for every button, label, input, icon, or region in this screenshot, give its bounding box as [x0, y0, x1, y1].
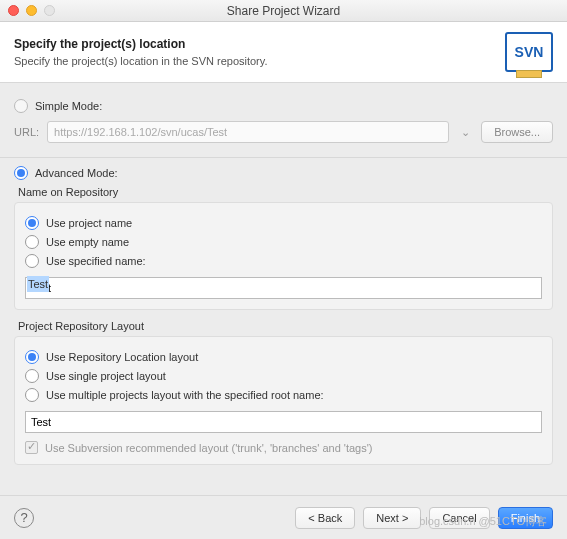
- use-single-layout-radio[interactable]: [25, 369, 39, 383]
- url-input: [47, 121, 449, 143]
- name-group: Use project name Use empty name Use spec…: [14, 202, 553, 310]
- simple-mode-radio[interactable]: [14, 99, 28, 113]
- back-button[interactable]: < Back: [295, 507, 355, 529]
- window-title: Share Project Wizard: [0, 4, 567, 18]
- use-project-name-radio[interactable]: [25, 216, 39, 230]
- finish-button[interactable]: Finish: [498, 507, 553, 529]
- simple-mode-label: Simple Mode:: [35, 100, 102, 112]
- recommended-layout-label: Use Subversion recommended layout ('trun…: [45, 442, 373, 454]
- wizard-header: Specify the project(s) location Specify …: [0, 22, 567, 83]
- browse-button: Browse...: [481, 121, 553, 143]
- use-single-layout-label: Use single project layout: [46, 370, 166, 382]
- next-button[interactable]: Next >: [363, 507, 421, 529]
- layout-group: Use Repository Location layout Use singl…: [14, 336, 553, 465]
- titlebar: Share Project Wizard: [0, 0, 567, 22]
- use-location-layout-label: Use Repository Location layout: [46, 351, 198, 363]
- name-group-title: Name on Repository: [18, 186, 553, 198]
- zoom-icon: [44, 5, 55, 16]
- root-name-input[interactable]: [25, 411, 542, 433]
- layout-group-title: Project Repository Layout: [18, 320, 553, 332]
- divider: [0, 157, 567, 158]
- specified-name-input[interactable]: [25, 277, 542, 299]
- url-label: URL:: [14, 126, 39, 138]
- chevron-down-icon: ⌄: [457, 126, 473, 139]
- page-subtitle: Specify the project(s) location in the S…: [14, 55, 268, 67]
- use-empty-name-radio[interactable]: [25, 235, 39, 249]
- help-icon[interactable]: ?: [14, 508, 34, 528]
- window-controls: [8, 5, 55, 16]
- use-project-name-label: Use project name: [46, 217, 132, 229]
- svn-logo-icon: SVN: [505, 32, 553, 72]
- use-specified-name-radio[interactable]: [25, 254, 39, 268]
- use-specified-name-label: Use specified name:: [46, 255, 146, 267]
- cancel-button[interactable]: Cancel: [429, 507, 489, 529]
- advanced-mode-radio[interactable]: [14, 166, 28, 180]
- use-empty-name-label: Use empty name: [46, 236, 129, 248]
- use-multiple-layout-label: Use multiple projects layout with the sp…: [46, 389, 324, 401]
- advanced-mode-label: Advanced Mode:: [35, 167, 118, 179]
- recommended-layout-checkbox: [25, 441, 38, 454]
- page-title: Specify the project(s) location: [14, 37, 268, 51]
- use-multiple-layout-radio[interactable]: [25, 388, 39, 402]
- minimize-icon[interactable]: [26, 5, 37, 16]
- close-icon[interactable]: [8, 5, 19, 16]
- use-location-layout-radio[interactable]: [25, 350, 39, 364]
- wizard-footer: ? < Back Next > Cancel Finish: [0, 495, 567, 539]
